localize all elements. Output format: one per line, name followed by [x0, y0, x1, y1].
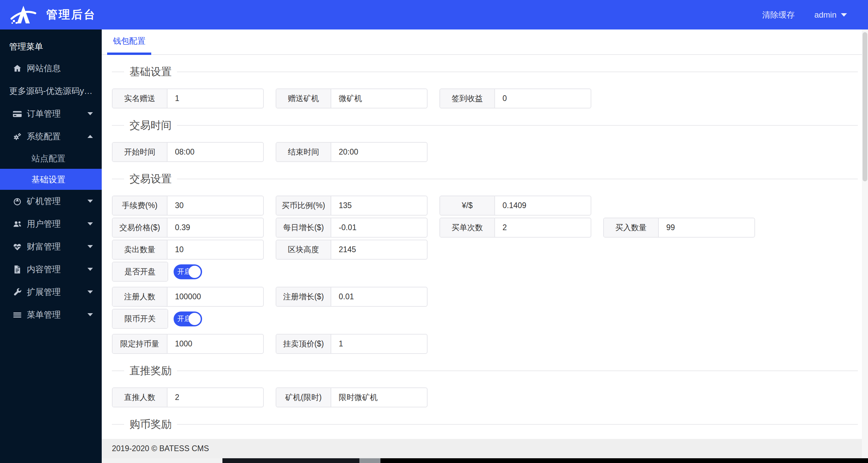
sidebar-menu-header: 管理菜单 — [0, 29, 102, 57]
field-buy-ratio: 买币比例(%) — [276, 196, 428, 216]
toggle-knob — [189, 266, 201, 278]
section-title: 购币奖励 — [130, 417, 172, 431]
field-buy-order-count: 买单次数 — [439, 218, 591, 238]
sidebar-item-wealth-management[interactable]: 财富管理 — [0, 235, 102, 258]
form-row: 直推人数 矿机(限时) — [112, 387, 858, 407]
clear-cache-button[interactable]: 清除缓存 — [762, 9, 795, 20]
footer: 2019-2020 © BATESS CMS — [102, 439, 868, 458]
direct-referral-count-input[interactable] — [167, 388, 263, 407]
sidebar-item-site-info[interactable]: 网站信息 — [0, 57, 102, 80]
field-label: 注册增长($) — [276, 287, 331, 306]
app-title: 管理后台 — [46, 7, 96, 22]
divider — [177, 125, 858, 126]
field-label: 买币比例(%) — [276, 196, 331, 215]
tab-wallet-config[interactable]: 钱包配置 — [107, 29, 151, 55]
sidebar-item-more-source-link[interactable]: 更多源码-优选源码yxy... — [0, 80, 102, 102]
sidebar-item-label: 订单管理 — [27, 108, 61, 119]
main-content: 钱包配置 基础设置 实名赠送 赠送矿机 签到收益 交易时间 — [102, 29, 868, 441]
field-start-time: 开始时间 — [112, 142, 264, 162]
sidebar-subitem-label: 站点配置 — [32, 153, 65, 164]
realname-bonus-input[interactable] — [167, 89, 263, 108]
document-icon — [12, 264, 22, 275]
form-row: 是否开盘 开启 — [112, 262, 858, 282]
sidebar-item-extension-management[interactable]: 扩展管理 — [0, 281, 102, 303]
field-cny-usd-rate: ¥/$ — [439, 196, 591, 216]
fee-percent-input[interactable] — [167, 196, 263, 215]
register-count-input[interactable] — [167, 287, 263, 306]
chevron-down-icon — [87, 112, 93, 115]
field-label: 手续费(%) — [113, 196, 167, 215]
field-fee-percent: 手续费(%) — [112, 196, 264, 216]
field-label: 开始时间 — [113, 143, 167, 161]
field-register-count: 注册人数 — [112, 287, 264, 307]
buy-ratio-input[interactable] — [331, 196, 427, 215]
sidebar-item-label: 财富管理 — [27, 241, 61, 252]
home-icon — [12, 63, 22, 74]
sell-quantity-input[interactable] — [167, 240, 263, 259]
sidebar-item-menu-management[interactable]: 菜单管理 — [0, 303, 102, 326]
form-row: 开始时间 结束时间 — [112, 142, 858, 162]
vertical-scrollbar[interactable] — [862, 29, 868, 458]
daily-growth-input[interactable] — [331, 218, 427, 237]
market-open-toggle[interactable]: 开启 — [174, 264, 202, 279]
sidebar-item-system-config[interactable]: 系统配置 — [0, 125, 102, 148]
sidebar-item-label: 用户管理 — [27, 218, 61, 229]
horizontal-scrollbar-thumb[interactable] — [359, 458, 380, 463]
register-growth-input[interactable] — [331, 287, 427, 306]
divider — [112, 72, 124, 72]
sidebar-item-order-management[interactable]: 订单管理 — [0, 102, 102, 125]
sidebar-item-content-management[interactable]: 内容管理 — [0, 258, 102, 281]
horizontal-scrollbar[interactable] — [0, 458, 868, 463]
chevron-down-icon — [87, 313, 93, 316]
buy-order-count-input[interactable] — [495, 218, 591, 237]
buy-quantity-input[interactable] — [659, 218, 754, 237]
start-time-input[interactable] — [167, 143, 263, 161]
block-height-input[interactable] — [331, 240, 427, 259]
gift-miner-input[interactable] — [331, 89, 427, 108]
divider — [112, 424, 124, 425]
divider — [177, 72, 858, 72]
chevron-down-icon — [87, 222, 93, 225]
holding-limit-input[interactable] — [167, 335, 263, 353]
limited-miner-input[interactable] — [331, 388, 427, 407]
form-content: 基础设置 实名赠送 赠送矿机 签到收益 交易时间 开始时间 — [102, 64, 868, 432]
coin-limit-toggle[interactable]: 开启 — [174, 311, 202, 326]
form-row: 卖出数量 区块高度 — [112, 240, 858, 260]
copyright-text: 2019-2020 © BATESS CMS — [112, 444, 209, 453]
sidebar-item-miner-management[interactable]: 矿机管理 — [0, 190, 102, 213]
trade-price-input[interactable] — [167, 218, 263, 237]
sidebar-item-label: 扩展管理 — [27, 286, 61, 298]
field-label: 实名赠送 — [113, 89, 167, 108]
cogs-icon — [12, 132, 22, 142]
section-basic-settings: 基础设置 — [112, 64, 858, 79]
section-title: 交易时间 — [130, 118, 172, 133]
tab-bar: 钱包配置 — [102, 29, 868, 55]
field-daily-growth: 每日增长($) — [276, 218, 428, 238]
field-label: 赠送矿机 — [276, 89, 331, 108]
field-direct-referral-count: 直推人数 — [112, 387, 264, 407]
field-limited-miner: 矿机(限时) — [276, 387, 428, 407]
chevron-up-icon — [87, 135, 93, 138]
menu-bars-icon — [12, 310, 22, 320]
chevron-down-icon — [87, 268, 93, 271]
form-row: 限定持币量 挂卖顶价($) — [112, 334, 858, 354]
sell-cap-price-input[interactable] — [331, 335, 427, 353]
section-trade-time: 交易时间 — [112, 118, 858, 133]
users-icon — [12, 219, 22, 229]
sidebar-item-user-management[interactable]: 用户管理 — [0, 213, 102, 235]
vertical-scrollbar-thumb[interactable] — [863, 32, 867, 181]
field-label: 交易价格($) — [113, 218, 167, 237]
divider — [177, 370, 858, 371]
cny-usd-rate-input[interactable] — [495, 196, 591, 215]
header-actions: 清除缓存 admin — [762, 9, 847, 20]
miner-icon — [12, 196, 22, 206]
field-market-open: 是否开盘 — [112, 262, 168, 282]
sidebar-item-label: 更多源码-优选源码yxy... — [9, 85, 93, 97]
user-dropdown[interactable]: admin — [814, 10, 847, 20]
checkin-income-input[interactable] — [495, 89, 591, 108]
credit-card-icon — [12, 109, 22, 119]
sidebar-subitem-basic-settings[interactable]: 基础设置 — [0, 169, 102, 190]
end-time-input[interactable] — [331, 143, 427, 161]
field-sell-cap-price: 挂卖顶价($) — [276, 334, 428, 354]
sidebar-subitem-site-settings[interactable]: 站点配置 — [0, 148, 102, 169]
